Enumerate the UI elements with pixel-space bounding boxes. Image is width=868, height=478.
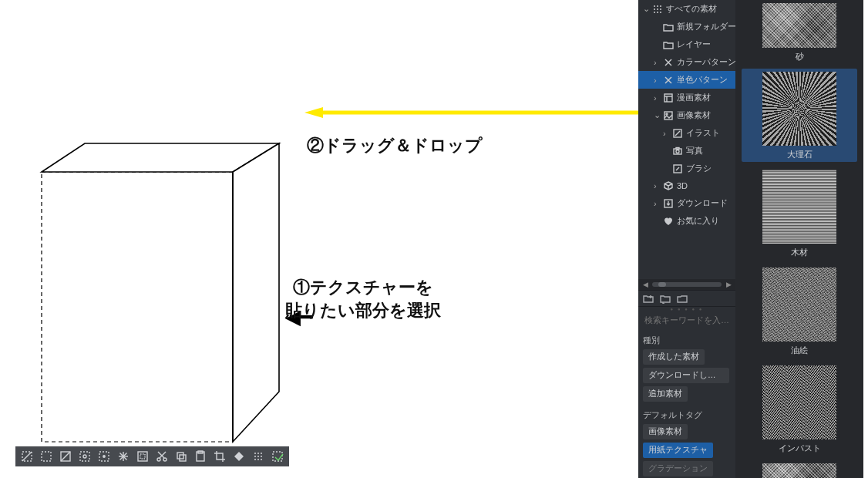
svg-point-36 xyxy=(254,459,256,460)
tree-item[interactable]: ⌄画像素材 xyxy=(638,106,735,124)
tree-horizontal-scrollbar[interactable]: ◀ ▶ xyxy=(638,279,735,290)
svg-line-10 xyxy=(61,452,70,461)
cross-icon xyxy=(663,57,674,68)
material-label: 大理石 xyxy=(787,149,812,160)
tool-copy[interactable] xyxy=(173,448,190,465)
tree-item[interactable]: レイヤー xyxy=(638,35,735,53)
svg-rect-26 xyxy=(180,455,186,461)
svg-point-60 xyxy=(676,150,679,153)
svg-point-31 xyxy=(257,453,259,454)
tool-cut[interactable] xyxy=(153,448,170,465)
image-icon xyxy=(663,110,674,121)
tree-root[interactable]: ⌄ すべての素材 xyxy=(638,0,735,18)
material-item[interactable]: インパスト xyxy=(742,362,857,456)
svg-point-30 xyxy=(254,453,256,454)
tool-select-diag[interactable] xyxy=(57,448,74,465)
tree-item[interactable]: ブラシ xyxy=(638,160,735,177)
tree-root-label: すべての素材 xyxy=(666,3,717,15)
tree-item[interactable]: ›3D xyxy=(638,177,735,194)
frame-icon xyxy=(663,93,674,103)
tool-pattern[interactable] xyxy=(250,448,267,465)
material-item[interactable] xyxy=(742,460,857,478)
svg-rect-11 xyxy=(80,452,89,461)
svg-point-44 xyxy=(657,8,658,10)
tool-select-none[interactable] xyxy=(19,448,35,465)
scroll-right-icon[interactable]: ▶ xyxy=(725,281,732,288)
tree-item[interactable]: ›漫画素材 xyxy=(638,89,735,106)
material-item[interactable]: 大理石 xyxy=(742,69,857,162)
tree-item[interactable]: 新規フォルダー xyxy=(638,18,735,35)
tree-item-label: お気に入り xyxy=(677,215,719,227)
tree-item[interactable]: 写真 xyxy=(638,142,735,160)
filter-type-chip[interactable]: 追加素材 xyxy=(643,386,688,402)
cube-icon xyxy=(663,180,674,191)
svg-marker-2 xyxy=(233,143,279,442)
svg-marker-29 xyxy=(234,452,244,461)
chevron-right-icon: › xyxy=(654,58,660,67)
chevron-right-icon: › xyxy=(654,199,660,208)
filter-tag-chip[interactable]: グラデーション xyxy=(643,461,713,476)
tool-crop[interactable] xyxy=(211,448,228,465)
scrollbar-thumb[interactable] xyxy=(658,282,666,287)
chevron-right-icon: › xyxy=(654,181,660,190)
tool-select-shrink[interactable] xyxy=(134,448,151,465)
tree-item[interactable]: ›カラーパターン xyxy=(638,53,735,71)
tool-paste[interactable] xyxy=(192,448,209,465)
selection-toolbar xyxy=(15,446,289,466)
filter-tag-section: デフォルトタグ 画像素材用紙テクスチャグラデーション xyxy=(638,403,735,478)
tree-item-label: イラスト xyxy=(686,127,720,139)
annotation-drag-drop: ②ドラッグ＆ドロップ xyxy=(307,134,483,157)
tool-select-lasso[interactable] xyxy=(76,448,93,465)
svg-point-57 xyxy=(666,113,668,115)
svg-point-34 xyxy=(257,456,259,457)
svg-point-47 xyxy=(657,12,658,13)
svg-point-37 xyxy=(257,459,259,460)
material-item[interactable]: 木材 xyxy=(742,167,857,260)
material-label: 木材 xyxy=(791,247,808,258)
svg-point-22 xyxy=(163,458,167,461)
drawn-box xyxy=(39,139,285,447)
open-folder-icon[interactable] xyxy=(677,293,688,304)
tree-item[interactable]: ›イラスト xyxy=(638,124,735,142)
tree-item[interactable]: お気に入り xyxy=(638,212,735,230)
filter-type-chip[interactable]: 作成した素材 xyxy=(643,349,705,365)
filter-type-chip[interactable]: ダウンロードした素材 xyxy=(643,368,729,383)
material-item[interactable]: 油絵 xyxy=(742,264,857,358)
tool-select-burst[interactable] xyxy=(115,448,132,465)
tool-select-rect[interactable] xyxy=(38,448,55,465)
filter-tag-chip[interactable]: 画像素材 xyxy=(643,424,688,439)
tree-item-label: 写真 xyxy=(686,145,703,157)
material-thumbnail xyxy=(762,3,836,48)
svg-rect-20 xyxy=(140,454,145,459)
svg-point-32 xyxy=(261,453,262,454)
chevron-down-icon: ⌄ xyxy=(643,4,649,14)
svg-point-14 xyxy=(103,456,105,457)
svg-point-35 xyxy=(261,456,262,457)
new-folder-icon[interactable] xyxy=(643,293,654,304)
tool-fill-diamond[interactable] xyxy=(230,448,247,465)
material-list-panel: 砂大理石木材油絵インパスト xyxy=(735,0,863,478)
canvas-area[interactable]: ◀━ ②ドラッグ＆ドロップ ①テクスチャーを 貼りたい部分を選択 xyxy=(0,0,638,478)
tool-apply[interactable] xyxy=(269,448,286,465)
tree-item-label: 漫画素材 xyxy=(677,92,711,103)
svg-point-46 xyxy=(654,12,655,13)
svg-point-40 xyxy=(654,5,655,7)
tree-item-label: 3D xyxy=(677,181,688,190)
filter-tag-chip[interactable]: 用紙テクスチャ xyxy=(643,443,713,458)
scroll-left-icon[interactable]: ◀ xyxy=(641,281,649,288)
tool-select-point[interactable] xyxy=(96,448,113,465)
material-item[interactable]: 砂 xyxy=(742,0,857,64)
tree-item[interactable]: ›ダウンロード xyxy=(638,194,735,212)
svg-point-33 xyxy=(254,456,256,457)
svg-point-48 xyxy=(660,12,661,13)
svg-point-45 xyxy=(660,8,661,10)
svg-rect-0 xyxy=(42,172,233,442)
svg-point-41 xyxy=(657,5,658,7)
new-subfolder-icon[interactable] xyxy=(660,293,671,304)
tree-item-label: 単色パターン xyxy=(677,74,728,86)
tree-item[interactable]: ›単色パターン xyxy=(638,71,735,89)
material-label: 油絵 xyxy=(791,345,808,356)
chevron-right-icon: › xyxy=(654,93,660,103)
material-thumbnail xyxy=(762,268,836,342)
scrollbar-track[interactable] xyxy=(652,282,722,287)
